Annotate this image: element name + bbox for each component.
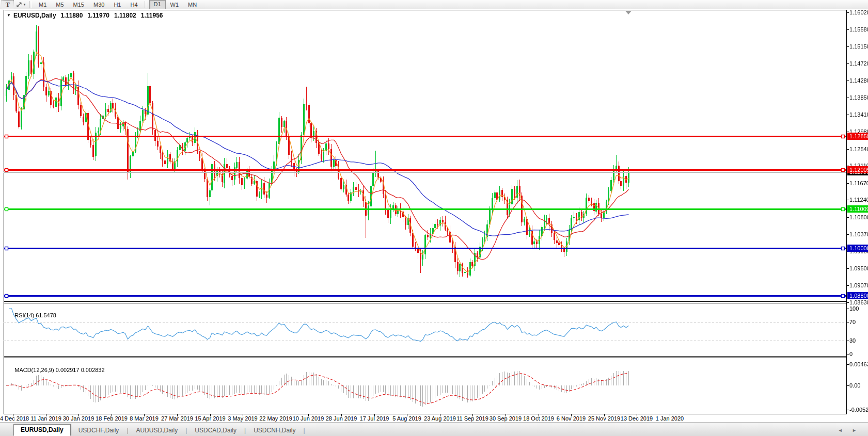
tab-separator: | [127,427,128,434]
text-tool-button[interactable]: T [2,0,14,9]
price-tick-mark [846,46,849,47]
date-tick-label: 22 May 2019 [259,415,292,422]
price-tick-label: 1.10370 [849,231,868,237]
hline-price-badge: 1.10008 [847,245,868,252]
price-tick-mark [846,132,849,132]
date-tick-label: 15 Apr 2019 [195,415,225,422]
rsi-tick-label: 0 [849,351,853,357]
rsi-panel-bottom-border [4,356,847,357]
price-tick-label: 1.13410 [849,111,868,118]
date-tick-label: 10 Jun 2019 [293,415,324,422]
macd-indicator-canvas[interactable] [4,358,846,414]
tab-separator: | [244,427,246,434]
price-tick-mark [846,200,849,200]
timeframe-button-h4[interactable]: H4 [125,1,142,9]
toolbar-grip [29,1,32,8]
top-toolbar: T ▾ M1M5M15M30H1H4D1W1MN [0,0,868,10]
macd-tick-label: 0.00463 [849,361,868,367]
quote-close: 1.11956 [141,12,163,19]
date-tick-label: 1 Jan 2020 [656,415,684,422]
main-chart-canvas[interactable] [4,10,846,301]
date-tick-label: 24 Dec 2018 [0,415,29,422]
date-tick-label: 11 Sep 2019 [456,415,488,422]
price-tick-label: 1.09500 [849,265,868,271]
date-tick-label: 17 Jul 2019 [360,415,389,422]
text-tool-label: T [6,1,10,9]
price-tick-mark [846,302,849,303]
cursor-tool-button[interactable]: ▾ [15,1,26,9]
rsi-indicator-canvas[interactable] [4,303,846,356]
price-tick-mark [846,234,849,235]
price-tick-mark [846,63,849,64]
move-arrows-icon [16,2,23,8]
price-tick-mark [846,217,849,218]
tab-separator: | [185,427,187,434]
timeframe-button-m15[interactable]: M15 [69,1,89,9]
tab-scroll-arrows[interactable]: ◄ ► [838,428,861,433]
timeframe-group: M1M5M15M30H1H4D1W1MN [34,0,201,9]
rsi-tick-label: 100 [849,305,859,312]
rsi-label: RSI(14) 61.5478 [8,306,56,325]
timeframe-button-h1[interactable]: H1 [109,1,125,9]
timeframe-button-m30[interactable]: M30 [89,1,109,9]
price-tick-mark [846,80,849,81]
price-tick-mark [846,12,849,13]
tab-separator: | [303,427,305,434]
macd-tick-label: -0.005299 [849,407,868,413]
timeframe-button-m5[interactable]: M5 [51,1,68,9]
date-tick-label: 28 Jun 2019 [326,415,357,422]
rsi-tick-label: 70 [849,319,856,325]
tab-usdcad-daily[interactable]: USDCAD,Daily [188,426,243,435]
price-tick-label: 1.14280 [849,77,868,84]
date-tick-label: 8 Mar 2019 [130,415,159,422]
timeframe-button-mn[interactable]: MN [183,1,201,9]
date-tick-label: 23 Aug 2019 [424,415,456,422]
price-tick-mark [846,285,849,286]
main-panel-bottom-border [4,301,847,302]
price-tick-label: 1.12540 [849,146,868,152]
price-tick-label: 1.15150 [849,43,868,50]
chart-tabs: EURUSD,DailyUSDCHF,Daily|AUDUSD,Daily|US… [13,424,305,436]
date-tick-label: 25 Nov 2019 [588,415,620,422]
price-tick-label: 1.16020 [849,9,868,15]
price-tick-mark [846,115,849,115]
chart-symbol-label: EURUSD,Daily [13,12,56,19]
macd-panel-bottom-border [4,414,847,414]
macd-value-signal: 0.002832 [81,367,105,373]
quote-high: 1.11970 [87,12,109,19]
hline-price-badge: 1.11009 [847,205,868,213]
dropdown-caret-icon: ▾ [24,3,26,7]
tab-audusd-daily[interactable]: AUDUSD,Daily [130,426,185,435]
hline-price-badge: 1.12859 [847,133,868,140]
price-tick-mark [846,183,849,184]
date-tick-label: 30 Jan 2019 [63,415,94,422]
price-tick-label: 1.13850 [849,94,868,101]
price-tick-label: 1.11670 [849,180,868,186]
date-tick-label: 11 Jan 2019 [30,415,61,422]
date-tick-label: 5 Aug 2019 [392,415,421,422]
date-tick-label: 3 May 2019 [228,415,257,422]
rsi-value: 61.5478 [36,312,56,318]
tab-usdchf-daily[interactable]: USDCHF,Daily [72,426,126,435]
rsi-tick-mark [846,341,849,341]
price-tick-label: 1.11240 [849,197,868,203]
timeframe-button-d1[interactable]: D1 [149,0,166,9]
toolbar-grip [145,1,147,8]
date-tick-label: 18 Oct 2019 [523,415,554,422]
macd-label: MACD(12,26,9) 0.002917 0.002832 [8,361,105,379]
timeframe-button-m1[interactable]: M1 [34,1,51,9]
tab-eurusd-daily[interactable]: EURUSD,Daily [13,424,71,436]
price-tick-label: 1.10800 [849,214,868,220]
price-tick-mark [846,268,849,269]
tab-usdcnh-daily[interactable]: USDCNH,Daily [247,426,302,435]
macd-tick-mark [846,364,849,365]
chart-dropdown-icon[interactable]: ▼ [7,13,11,18]
chart-shift-marker[interactable] [625,11,632,14]
rsi-tick-mark [846,322,849,322]
timeframe-button-w1[interactable]: W1 [166,1,184,9]
macd-tick-label: 0.00 [849,382,860,389]
hline-price-badge: 1.12005 [847,166,868,173]
rsi-tick-label: 30 [849,337,856,344]
date-tick-label: 30 Sep 2019 [490,415,522,422]
price-tick-mark [846,29,849,30]
